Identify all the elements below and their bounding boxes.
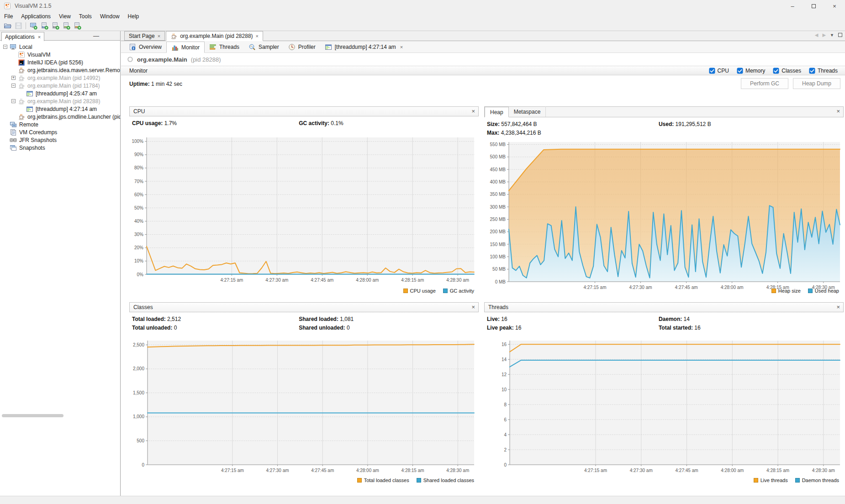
menu-tools[interactable]: Tools <box>75 12 96 21</box>
close-icon[interactable]: × <box>158 33 160 39</box>
checked-checkbox-icon <box>737 68 743 74</box>
tab-threads[interactable]: Threads <box>205 41 244 52</box>
heap-dump-button[interactable]: Heap Dump <box>793 78 840 89</box>
add-coredump-icon <box>63 22 70 30</box>
svg-text:100%: 100% <box>132 139 143 144</box>
tree-item-maven-server[interactable]: org.jetbrains.idea.maven.server.Remot <box>0 66 120 74</box>
minimize-button[interactable]: – <box>782 0 803 12</box>
document-tab-bar: Start Page×org.example.Main (pid 28288)×… <box>121 31 845 41</box>
tree-item-threaddump-42547[interactable]: [threaddump] 4:25:47 am <box>0 89 120 97</box>
load-snapshot-button[interactable] <box>2 21 13 31</box>
svg-text:80%: 80% <box>134 165 143 170</box>
tab-heap[interactable]: Heap <box>485 107 509 117</box>
panel-close-button[interactable]: × <box>836 304 840 310</box>
tab-start-page[interactable]: Start Page× <box>124 31 165 41</box>
menu-window[interactable]: Window <box>96 12 124 21</box>
collapse-icon[interactable]: − <box>3 45 7 49</box>
add-vm-coredump-button[interactable] <box>61 21 72 31</box>
tab-threaddump-tab[interactable]: [threaddump] 4:27:14 am× <box>320 41 408 52</box>
menu-file[interactable]: File <box>0 12 17 21</box>
expand-icon[interactable]: + <box>11 76 16 80</box>
panel-close-button[interactable]: × <box>471 304 475 310</box>
svg-text:2: 2 <box>504 447 507 452</box>
sidebar-horizontal-scrollbar[interactable] <box>1 414 118 418</box>
maximize-view-button[interactable] <box>838 33 842 37</box>
tree-item-main-11784[interactable]: −org.example.Main (pid 11784) <box>0 82 120 89</box>
close-icon[interactable]: × <box>400 44 403 50</box>
tree-item-main-14992[interactable]: +org.example.Main (pid 14992) <box>0 74 120 82</box>
stat-total-started: Total started: 16 <box>659 325 701 331</box>
monitor-section-label: Monitor <box>129 68 148 74</box>
scrollbar-thumb[interactable] <box>2 414 63 417</box>
tab-overview[interactable]: Overview <box>124 41 166 52</box>
checkbox-memory[interactable]: Memory <box>737 68 765 74</box>
legend-used-heap: Used heap <box>808 288 839 294</box>
tree-item-label: [threaddump] 4:27:14 am <box>36 106 97 112</box>
tab-list-dropdown-button[interactable]: ▼ <box>830 33 834 37</box>
cpu-chart: 0%10%20%30%40%50%60%70%80%90%100%4:27:15… <box>130 134 476 288</box>
tree-item-vm-coredumps[interactable]: VM Coredumps <box>0 128 120 136</box>
collapse-icon[interactable]: − <box>11 84 16 88</box>
svg-text:14: 14 <box>502 357 507 362</box>
menu-applications[interactable]: Applications <box>17 12 55 21</box>
tree-item-jfr-snapshots[interactable]: JFR Snapshots <box>0 136 120 144</box>
threads-panel-titlebar: Threads × <box>484 302 844 312</box>
svg-text:0 MB: 0 MB <box>495 279 506 284</box>
tab-monitor[interactable]: Monitor <box>166 42 205 53</box>
svg-text:2,000: 2,000 <box>133 366 144 371</box>
tab-metaspace[interactable]: Metaspace <box>509 106 546 117</box>
tab-sampler[interactable]: Sampler <box>244 41 284 52</box>
menu-view[interactable]: View <box>55 12 75 21</box>
collapse-icon[interactable]: − <box>11 99 16 103</box>
svg-text:50 MB: 50 MB <box>492 267 506 272</box>
tab-scroll-right-button[interactable]: ▶ <box>822 32 826 37</box>
legend-total-loaded-classes: Total loaded classes <box>357 478 409 483</box>
classes-chart: 05001,0001,5002,0002,5004:27:15 am4:27:3… <box>130 336 476 478</box>
add-jmx-application-button[interactable]: JMX <box>39 21 50 31</box>
tree-item-label: VisualVM <box>27 52 50 58</box>
sidebar-minimize-button[interactable]: — <box>93 32 99 39</box>
svg-text:6: 6 <box>504 417 507 422</box>
panel-close-button[interactable]: × <box>836 108 840 115</box>
java-cup-dim-icon <box>18 98 25 105</box>
maximize-icon <box>812 4 816 8</box>
save-snapshot-button[interactable] <box>13 21 24 31</box>
svg-text:200 MB: 200 MB <box>490 229 506 234</box>
java-cup-dim-icon <box>18 74 25 82</box>
jfr-icon <box>10 136 17 144</box>
tree-item-remote[interactable]: Remote <box>0 121 120 128</box>
tab-scroll-left-button[interactable]: ◀ <box>815 32 819 37</box>
add-jfr-snapshot-button[interactable]: 01 <box>50 21 61 31</box>
panel-close-button[interactable]: × <box>471 108 475 115</box>
close-button[interactable]: × <box>824 0 845 12</box>
checkbox-classes[interactable]: Classes <box>773 68 801 74</box>
checkbox-threads[interactable]: Threads <box>809 68 838 74</box>
legend-swatch <box>771 289 776 293</box>
maximize-button[interactable] <box>803 0 824 12</box>
application-header: org.example.Main (pid 28288) <box>121 53 845 66</box>
tree-item-main-28288[interactable]: −org.example.Main (pid 28288) <box>0 97 120 105</box>
close-icon[interactable]: × <box>38 34 41 40</box>
close-icon[interactable]: × <box>256 33 259 39</box>
tree-item-intellij-idea[interactable]: IntelliJ IDEA (pid 5256) <box>0 58 120 66</box>
legend-swatch <box>417 478 421 483</box>
perform-gc-button[interactable]: Perform GC <box>741 78 788 89</box>
legend-swatch <box>795 478 800 483</box>
tab-org-example-main[interactable]: org.example.Main (pid 28288)× <box>166 31 263 41</box>
tree-item-local[interactable]: −Local <box>0 43 120 51</box>
checkbox-label: CPU <box>718 68 729 74</box>
uptime-label: Uptime: <box>129 81 150 87</box>
tree-item-threaddump-42714[interactable]: [threaddump] 4:27:14 am <box>0 105 120 113</box>
tree-item-visualvm[interactable]: VisualVM <box>0 51 120 58</box>
tab-profiler[interactable]: Profiler <box>284 41 320 52</box>
svg-text:350 MB: 350 MB <box>490 192 506 197</box>
tree-item-jps-launcher[interactable]: org.jetbrains.jps.cmdline.Launcher (pid <box>0 113 120 121</box>
add-snapshot-button[interactable] <box>72 21 83 31</box>
checkbox-cpu[interactable]: CPU <box>709 68 729 74</box>
tab-bar-controls: ◀ ▶ ▼ <box>815 32 842 37</box>
tab-applications[interactable]: Applications × <box>1 32 44 41</box>
add-jmx-connection-button[interactable] <box>28 21 39 31</box>
tree-item-label: org.example.Main (pid 14992) <box>27 75 100 81</box>
tree-item-snapshots[interactable]: Snapshots <box>0 144 120 152</box>
menu-help[interactable]: Help <box>124 12 143 21</box>
